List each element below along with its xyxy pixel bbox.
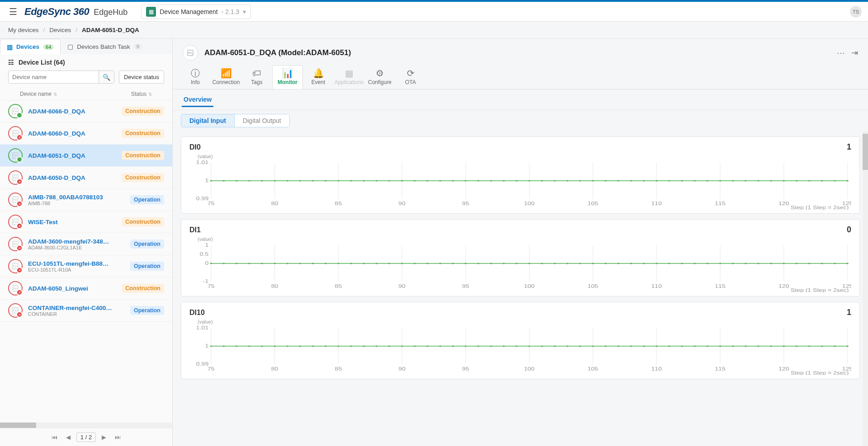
pager-last-icon[interactable]: ⏭ [112,432,123,443]
svg-point-213 [592,345,594,347]
svg-text:95: 95 [462,366,469,371]
devices-icon: ▥ [7,43,13,51]
svg-point-73 [808,180,811,181]
device-text: ADAM-6051-D_DQA [28,152,122,159]
svg-point-109 [261,263,263,264]
charts-container[interactable]: DI0 1 (value) 0.9911.0175808590951001051… [173,131,868,446]
pager-current: 1 / 2 [76,432,96,442]
svg-point-134 [579,263,581,264]
device-search[interactable]: 🔍 [8,70,114,84]
chart-y-label: (value) [198,319,851,324]
device-row[interactable]: ✕ ECU-1051TL-mengfei-B88… ECU-1051TL-R10… [0,255,172,277]
tab-applications: ▦ Applications [334,65,364,89]
col-header-name[interactable]: Device name⇅ [8,91,119,97]
brand-sub: EdgeHub [94,8,127,17]
tab-configure[interactable]: ⚙ Configure [364,65,395,89]
svg-text:Step (1 Step = 2sec): Step (1 Step = 2sec) [791,288,849,292]
breadcrumb: My devices / Devices / ADAM-6051-D_DQA [0,22,868,39]
svg-text:90: 90 [398,366,406,371]
svg-point-38 [363,180,365,181]
svg-point-48 [490,180,492,181]
svg-point-153 [821,263,823,264]
svg-point-112 [299,263,302,264]
device-name: AIMB-788_00ABA0788103 [28,194,130,201]
chevron-down-icon: ▾ [243,8,246,15]
sidebar-tab-devices[interactable]: ▥ Devices 64 [0,39,61,54]
expand-icon[interactable]: ⇥ [851,48,858,58]
device-row[interactable]: ADAM-6066-D_DQA Construction [0,100,172,122]
content-panel: ADAM-6051-D_DQA (Model:ADAM-6051) ⋯ ⇥ ⓘ … [173,39,868,446]
state-dot-icon [16,112,23,118]
device-name: ECU-1051TL-mengfei-B88… [28,260,130,267]
device-name: CONTAINER-mengfei-C400… [28,305,130,311]
status-filter-dropdown[interactable]: Device status [119,70,164,84]
svg-point-145 [719,263,722,264]
tab-event[interactable]: 🔔 Event [303,65,334,89]
svg-point-125 [465,263,467,264]
state-dot-icon: ✕ [16,134,23,141]
tab-tags[interactable]: 🏷 Tags [241,65,272,89]
more-icon[interactable]: ⋯ [837,48,845,58]
svg-point-148 [757,263,760,264]
svg-point-141 [668,263,670,264]
chart-title: DI10 [189,309,205,317]
svg-point-230 [808,345,811,347]
tab-info[interactable]: ⓘ Info [180,65,211,89]
pager-next-icon[interactable]: ▶ [99,432,109,443]
svg-point-71 [783,180,785,181]
svg-point-227 [770,345,772,347]
device-row[interactable]: ✕ ADAM-6050_Lingwei Construction [0,277,172,300]
device-row[interactable]: ✕ CONTAINER-mengfei-C400… CONTAINER Oper… [0,300,172,322]
svg-point-138 [630,263,632,264]
svg-point-198 [401,345,403,347]
svg-text:105: 105 [588,284,599,289]
device-row[interactable]: ✕ WISE-Test Construction [0,211,172,233]
monitor-subtabs: Overview [173,89,868,110]
tab-connection[interactable]: 📶 Connection [211,65,241,89]
svg-text:0.99: 0.99 [196,361,209,366]
seg-digital-output[interactable]: Digital Output [235,114,289,127]
app-selector[interactable]: ▦ Device Management - 2.1.3 ▾ [141,5,251,19]
horizontal-scrollbar[interactable] [0,423,172,428]
tab-label: Connection [211,79,241,85]
device-row[interactable]: ADAM-6051-D_DQA Construction [0,145,172,167]
pager-prev-icon[interactable]: ◀ [63,432,74,443]
tab-monitor[interactable]: 📊 Monitor [272,65,303,89]
tab-ota[interactable]: ⟳ OTA [395,65,426,89]
svg-point-43 [426,180,429,181]
device-status-icon: ✕ [8,259,23,273]
col-header-status[interactable]: Status⇅ [119,91,164,97]
monitor-icon: 📊 [273,67,302,79]
device-row[interactable]: ✕ ADAM-6050-D_DQA Construction [0,167,172,189]
vertical-scrollbar[interactable] [863,131,868,446]
device-row[interactable]: ✕ AIMB-788_00ABA0788103 AIMB-788 Operati… [0,189,172,211]
svg-point-128 [503,263,505,264]
svg-point-194 [350,345,352,347]
svg-point-192 [325,345,327,347]
svg-text:90: 90 [398,284,406,289]
svg-point-36 [337,180,340,181]
breadcrumb-link[interactable]: My devices [8,27,39,33]
svg-point-226 [757,345,760,347]
hamburger-menu-icon[interactable]: ☰ [6,4,20,20]
sidebar-tab-batch[interactable]: ▢ Devices Batch Task 9 [61,39,149,54]
device-status-icon [8,104,23,118]
svg-point-27 [223,180,225,181]
pager-first-icon[interactable]: ⏮ [49,432,60,443]
configure-icon: ⚙ [365,67,395,79]
user-avatar[interactable]: TS [850,6,862,18]
device-row[interactable]: ✕ ADAM-6060-D_DQA Construction [0,122,172,145]
svg-point-152 [808,263,811,264]
app-version: - 2.1.3 [222,8,240,15]
device-search-input[interactable] [9,71,99,83]
chart-area: -100.517580859095100105110115120125 Step… [189,243,851,292]
subtab-overview[interactable]: Overview [182,93,213,107]
search-icon[interactable]: 🔍 [99,71,114,83]
breadcrumb-sep: / [75,27,77,33]
breadcrumb-link[interactable]: Devices [49,27,71,33]
chart-y-label: (value) [198,154,851,159]
device-row[interactable]: ✕ ADAM-3600-mengfei7-348… ADAM-3600-C2GL… [0,233,172,255]
chart-card-DI0: DI0 1 (value) 0.9911.0175808590951001051… [181,136,860,214]
svg-point-229 [796,345,798,347]
seg-digital-input[interactable]: Digital Input [181,114,235,127]
